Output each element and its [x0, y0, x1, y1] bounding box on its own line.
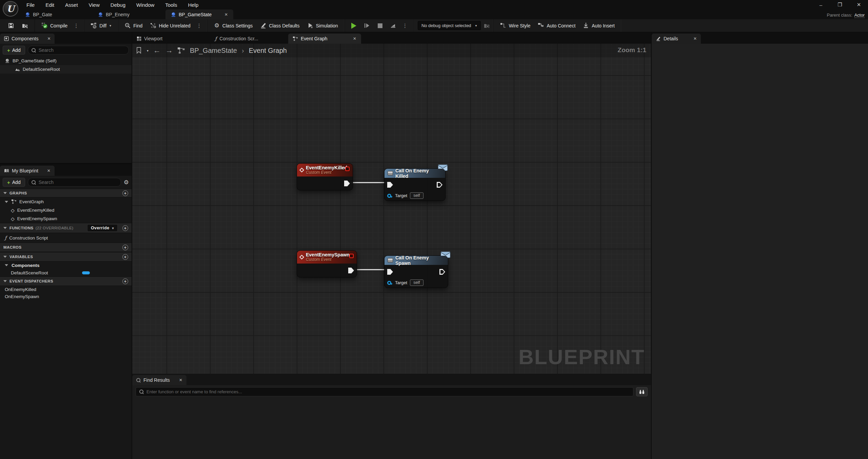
menu-edit[interactable]: Edit	[41, 1, 59, 9]
hide-unrelated-button[interactable]: Hide Unrelated	[147, 21, 193, 30]
eject-button[interactable]	[387, 21, 399, 30]
find-references-field[interactable]	[136, 387, 633, 396]
event-dispatchers-section-header[interactable]: EVENT DISPATCHERS +	[0, 276, 132, 286]
find-references-input[interactable]	[146, 389, 630, 394]
event-graph-canvas[interactable]: ▾ ← → BP_GameState › Event Graph Zoom 1:…	[132, 44, 651, 374]
my-blueprint-search-input[interactable]	[39, 180, 117, 185]
add-dispatcher-button[interactable]: +	[122, 278, 128, 284]
node-call-on-enemy-killed[interactable]: Call On Enemy Killed Target self	[384, 168, 446, 201]
exec-out-pin[interactable]	[437, 182, 442, 188]
play-button[interactable]	[348, 21, 359, 30]
tab-event-graph[interactable]: Event Graph ✕	[288, 34, 361, 44]
exec-out-pin[interactable]	[344, 181, 350, 186]
menu-debug[interactable]: Debug	[106, 1, 130, 9]
find-options-kebab-icon[interactable]: ⋮	[195, 23, 203, 29]
exec-out-pin[interactable]	[348, 268, 354, 273]
override-dropdown[interactable]: Override ▾	[87, 224, 118, 232]
add-blueprint-item-button[interactable]: + Add	[3, 178, 25, 187]
target-pin[interactable]	[387, 194, 391, 198]
compile-button[interactable]: Compile	[38, 21, 71, 30]
my-blueprint-tab[interactable]: My Blueprint ✕	[0, 166, 55, 176]
minimize-button[interactable]: –	[817, 2, 825, 8]
variables-components-category[interactable]: Components	[0, 262, 132, 269]
diff-button[interactable]: Diff ▾	[87, 21, 114, 30]
target-pin[interactable]	[387, 281, 391, 285]
my-blueprint-search[interactable]	[28, 178, 121, 187]
class-settings-button[interactable]: ⚙ Class Settings	[211, 21, 256, 30]
macros-section-header[interactable]: MACROS +	[0, 243, 132, 252]
node-call-on-enemy-spawn[interactable]: Call On Enemy Spawn Target self	[384, 255, 448, 288]
filter-gear-icon[interactable]: ⚙	[124, 180, 129, 185]
menu-asset[interactable]: Asset	[60, 1, 83, 9]
menu-help[interactable]: Help	[183, 1, 203, 9]
exec-in-pin[interactable]	[387, 182, 393, 188]
construction-script-row[interactable]: ƒ Construction Script	[0, 233, 132, 243]
graphs-section-header[interactable]: GRAPHS +	[0, 189, 132, 197]
component-row-defaultsceneroot[interactable]: DefaultSceneRoot	[0, 65, 132, 74]
stop-button[interactable]	[375, 22, 386, 30]
save-button[interactable]	[5, 21, 17, 30]
restore-button[interactable]: ❐	[836, 2, 844, 8]
asset-tab-bp-enemy[interactable]: BP_Enemy	[93, 9, 165, 19]
node-event-enemy-killed[interactable]: EventEnemyKilled Custom Event	[297, 163, 353, 190]
close-tab-icon[interactable]: ✕	[347, 36, 356, 41]
components-tab-row: Components ✕	[0, 32, 132, 44]
close-tab-icon[interactable]: ✕	[173, 378, 182, 382]
browse-asset-button[interactable]	[19, 21, 31, 30]
functions-section-header[interactable]: FUNCTIONS (22 OVERRIDABLE) Override ▾ +	[0, 223, 132, 233]
variable-defaultsceneroot-row[interactable]: DefaultSceneRoot	[0, 269, 132, 276]
wire-style-button[interactable]: Wire Style	[497, 21, 534, 30]
menu-window[interactable]: Window	[132, 1, 159, 9]
play-options-kebab-icon[interactable]: ⋮	[401, 23, 409, 29]
find-button[interactable]: Find	[121, 21, 145, 30]
components-search[interactable]	[28, 46, 129, 55]
close-tab-icon[interactable]: ✕	[41, 36, 51, 41]
auto-insert-button[interactable]: Auto Insert	[580, 21, 618, 30]
close-tab-icon[interactable]: ✕	[41, 168, 51, 173]
add-component-button[interactable]: + Add	[3, 46, 25, 55]
tab-viewport[interactable]: Viewport	[132, 34, 210, 44]
add-macro-button[interactable]: +	[122, 245, 128, 250]
event-enemy-spawn-row[interactable]: ◇ EventEnemySpawn	[0, 214, 132, 223]
add-function-button[interactable]: +	[122, 225, 128, 231]
variables-section-header[interactable]: VARIABLES +	[0, 252, 132, 262]
find-in-blueprints-button[interactable]	[636, 387, 648, 396]
debug-object-select[interactable]: No debug object selected ▾	[418, 21, 481, 30]
add-variable-button[interactable]: +	[122, 254, 128, 260]
target-value-box[interactable]: self	[410, 279, 423, 286]
exec-out-pin[interactable]	[439, 269, 445, 275]
dispatcher-onenemyspawn-row[interactable]: OnEnemySpawn	[0, 293, 132, 300]
browse-debug-icon[interactable]	[484, 22, 490, 29]
compile-options-kebab-icon[interactable]: ⋮	[72, 23, 80, 29]
add-graph-button[interactable]: +	[122, 190, 128, 196]
menu-tools[interactable]: Tools	[160, 1, 182, 9]
frame-skip-button[interactable]	[361, 21, 373, 30]
delegate-pin[interactable]	[345, 167, 350, 171]
event-enemy-killed-row[interactable]: ◇ EventEnemyKilled	[0, 206, 132, 214]
asset-tab-bp-gamestate[interactable]: BP_GameState ✕	[165, 9, 233, 19]
parent-class-link[interactable]: Actor	[854, 13, 865, 18]
close-tab-icon[interactable]: ✕	[687, 36, 697, 41]
exec-in-pin[interactable]	[387, 269, 393, 275]
delegate-pin[interactable]	[349, 254, 354, 258]
menu-view[interactable]: View	[84, 1, 104, 9]
parent-class-info: Parent class:Actor	[827, 13, 865, 18]
close-tab-icon[interactable]: ✕	[218, 12, 228, 17]
components-tab[interactable]: Components ✕	[0, 34, 55, 44]
class-defaults-button[interactable]: Class Defaults	[257, 21, 302, 30]
simulation-button[interactable]: Simulation	[304, 21, 341, 30]
tab-construction-script[interactable]: ƒ Construction Scr...	[210, 34, 288, 44]
components-search-input[interactable]	[39, 47, 125, 53]
node-event-enemy-spawn[interactable]: EventEnemySpawn Custom Event	[297, 250, 357, 277]
details-tab[interactable]: Details ✕	[652, 34, 701, 44]
dispatcher-onenemykilled-row[interactable]: OnEnemyKilled	[0, 286, 132, 293]
target-value-box[interactable]: self	[410, 192, 423, 199]
component-row-self[interactable]: BP_GameState (Self)	[0, 57, 132, 65]
find-results-tab[interactable]: Find Results ✕	[132, 375, 186, 385]
asset-tab-bp-gate[interactable]: BP_Gate	[20, 9, 93, 19]
auto-connect-button[interactable]: Auto Connect	[535, 21, 578, 30]
variable-type-pill[interactable]	[82, 271, 90, 274]
menu-file[interactable]: File	[22, 1, 39, 9]
close-window-button[interactable]: ✕	[855, 2, 863, 8]
eventgraph-row[interactable]: EventGraph	[0, 197, 132, 206]
